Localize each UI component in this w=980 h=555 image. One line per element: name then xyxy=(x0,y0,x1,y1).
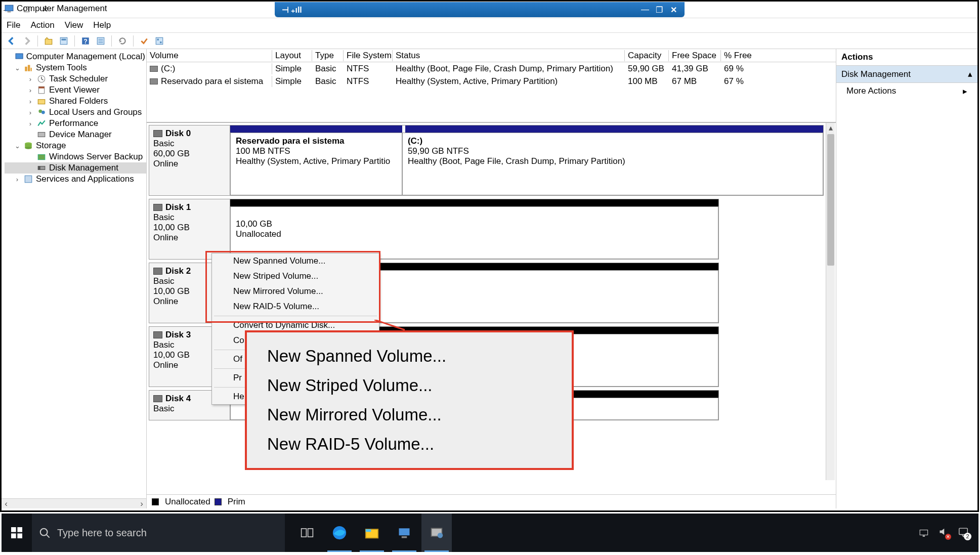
tree-pane[interactable]: Computer Management (Local) ⌄System Tool… xyxy=(2,49,147,508)
back-button[interactable] xyxy=(6,35,18,47)
tree-local-users[interactable]: ›Local Users and Groups xyxy=(5,107,146,118)
notifications-icon[interactable]: 2 xyxy=(957,526,969,539)
inner-restore-button[interactable]: ❐ xyxy=(654,5,664,15)
svg-point-37 xyxy=(40,529,48,536)
refresh-icon[interactable] xyxy=(116,35,129,47)
disk-icon xyxy=(153,204,162,211)
collapse-icon[interactable]: ▴ xyxy=(968,69,972,79)
partition-system-reserved[interactable]: Reservado para el sistema 100 MB NTFS He… xyxy=(230,133,402,195)
svg-rect-34 xyxy=(17,527,22,532)
zoom-raid5: New RAID-5 Volume... xyxy=(267,430,551,459)
volume-list-header[interactable]: Volume Layout Type File System Status Ca… xyxy=(147,49,836,62)
svg-rect-15 xyxy=(25,67,27,71)
taskbar-edge[interactable] xyxy=(324,514,355,552)
legend: Unallocated Prim xyxy=(147,494,836,508)
svg-rect-39 xyxy=(302,529,307,537)
svg-rect-48 xyxy=(920,530,927,535)
disk-icon xyxy=(153,331,162,338)
svg-rect-45 xyxy=(402,536,407,538)
menu-bar: File Action View Help xyxy=(2,18,977,33)
svg-rect-20 xyxy=(38,87,44,88)
signal-icon: ⊣ ₊ıll xyxy=(282,5,302,15)
disk-row-1[interactable]: Disk 1 Basic10,00 GBOnline 10,00 GB Unal… xyxy=(149,199,719,260)
tree-system-tools[interactable]: ⌄System Tools xyxy=(5,62,146,73)
svg-rect-44 xyxy=(399,528,410,535)
disk-icon xyxy=(153,130,162,137)
tree-services-apps[interactable]: ›Services and Applications xyxy=(5,174,146,185)
tree-performance[interactable]: ›Performance xyxy=(5,118,146,129)
taskbar-compmgmt[interactable] xyxy=(421,514,452,552)
up-icon[interactable] xyxy=(42,35,55,47)
zoom-mirrored: New Mirrored Volume... xyxy=(267,400,551,430)
properties-icon[interactable] xyxy=(58,35,70,47)
tree-root[interactable]: Computer Management (Local) xyxy=(5,51,146,62)
taskbar-server-manager[interactable] xyxy=(389,514,419,552)
menu-view[interactable]: View xyxy=(65,20,83,30)
svg-rect-4 xyxy=(62,38,66,40)
taskbar-search[interactable]: Type here to search xyxy=(32,514,285,552)
svg-point-23 xyxy=(41,111,45,114)
tree-windows-server-backup[interactable]: Windows Server Backup xyxy=(5,151,146,162)
tree-shared-folders[interactable]: ›Shared Folders xyxy=(5,96,146,107)
svg-rect-13 xyxy=(160,41,161,43)
legend-unallocated-swatch xyxy=(152,498,159,505)
search-icon xyxy=(39,527,50,538)
settings-icon[interactable] xyxy=(153,35,165,47)
network-icon[interactable] xyxy=(919,528,930,537)
taskbar-taskview[interactable] xyxy=(292,514,322,552)
svg-rect-2 xyxy=(45,39,52,44)
partition-c[interactable]: (C:) 59,90 GB NTFS Healthy (Boot, Page F… xyxy=(402,133,823,195)
svg-rect-40 xyxy=(308,529,313,537)
menu-help[interactable]: Help xyxy=(93,20,111,30)
svg-text:?: ? xyxy=(83,37,88,45)
view-list-icon[interactable] xyxy=(95,35,107,47)
volume-row[interactable]: (C:) Simple Basic NTFS Healthy (Boot, Pa… xyxy=(147,62,836,75)
tree-event-viewer[interactable]: ›Event Viewer xyxy=(5,84,146,96)
actions-more[interactable]: More Actions▸ xyxy=(836,83,977,100)
svg-rect-28 xyxy=(38,155,45,160)
svg-rect-43 xyxy=(366,529,371,532)
tree-task-scheduler[interactable]: ›Task Scheduler xyxy=(5,73,146,84)
svg-rect-36 xyxy=(17,533,22,538)
help-icon[interactable]: ? xyxy=(79,35,92,47)
inner-close-button[interactable]: ✕ xyxy=(668,5,678,15)
actions-pane: Actions Disk Management▴ More Actions▸ xyxy=(836,49,977,508)
svg-line-38 xyxy=(47,535,50,538)
taskbar-explorer[interactable] xyxy=(357,514,387,552)
volume-icon xyxy=(150,66,158,72)
vertical-scrollbar[interactable]: ▴ xyxy=(826,123,835,480)
inner-window-titlebar: ⊣ ₊ıll — ❐ ✕ xyxy=(275,2,685,17)
actions-diskmgmt[interactable]: Disk Management▴ xyxy=(836,66,977,83)
check-icon[interactable] xyxy=(138,35,150,47)
svg-rect-14 xyxy=(16,54,23,59)
svg-rect-1 xyxy=(8,12,11,13)
volume-icon[interactable]: ✕ xyxy=(938,527,949,539)
app-title: Computer Management xyxy=(5,4,107,14)
menu-file[interactable]: File xyxy=(7,20,20,30)
svg-rect-35 xyxy=(11,533,16,538)
ctx-new-striped[interactable]: New Striped Volume... xyxy=(212,269,379,284)
tree-storage[interactable]: ⌄Storage xyxy=(5,140,146,151)
taskbar[interactable]: Type here to search ✕ 2 xyxy=(2,514,978,552)
ctx-new-mirrored[interactable]: New Mirrored Volume... xyxy=(212,284,379,299)
inner-minimize-button[interactable]: — xyxy=(640,5,650,15)
forward-button[interactable] xyxy=(21,35,33,47)
zoom-spanned: New Spanned Volume... xyxy=(267,341,551,371)
tree-disk-management[interactable]: Disk Management xyxy=(5,162,146,174)
start-button[interactable] xyxy=(2,514,32,552)
tree-device-manager[interactable]: Device Manager xyxy=(5,129,146,140)
menu-action[interactable]: Action xyxy=(30,20,54,30)
svg-rect-31 xyxy=(25,176,32,183)
ctx-new-raid5[interactable]: New RAID-5 Volume... xyxy=(212,299,379,314)
zoom-striped: New Striped Volume... xyxy=(267,371,551,400)
svg-point-47 xyxy=(438,533,443,538)
disk-row-0[interactable]: Disk 0 Basic60,00 GBOnline Reservado par… xyxy=(149,125,824,196)
system-tray[interactable]: ✕ 2 xyxy=(919,526,978,539)
volume-row[interactable]: Reservado para el sistema Simple Basic N… xyxy=(147,75,836,88)
partition-unallocated[interactable]: 10,00 GB Unallocated xyxy=(230,206,718,259)
svg-rect-21 xyxy=(38,100,45,104)
ctx-new-spanned[interactable]: New Spanned Volume... xyxy=(212,253,379,269)
svg-rect-12 xyxy=(157,38,159,40)
computer-mgmt-icon xyxy=(5,4,14,13)
tree-horizontal-scrollbar[interactable]: ‹› xyxy=(2,498,146,508)
